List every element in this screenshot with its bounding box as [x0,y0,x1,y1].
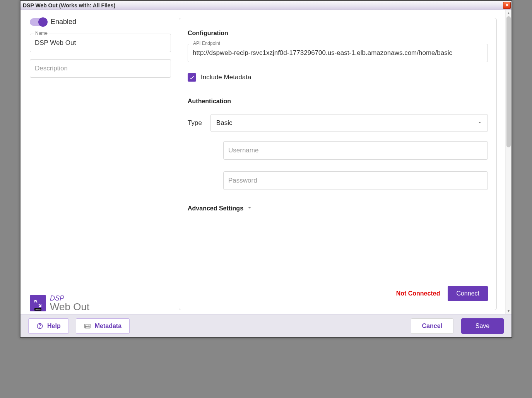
brand-line2: Web Out [50,302,89,312]
description-field-wrap [30,59,171,78]
close-button[interactable]: ✕ [503,2,511,9]
name-input[interactable] [30,34,171,52]
description-input[interactable] [30,59,171,78]
metadata-button-label: Metadata [95,323,121,330]
chevron-down-icon [246,205,253,212]
expand-arrows-icon [32,299,44,308]
dialog-body: Enabled Name Configuration API Endpoint [21,10,511,314]
scroll-track [506,16,511,308]
left-column: Enabled Name [30,18,171,310]
enabled-toggle-row: Enabled [30,18,171,26]
content-area: Enabled Name Configuration API Endpoint [21,10,505,314]
svg-text:{m}: {m} [85,325,90,328]
metadata-button[interactable]: {m} Metadata [76,318,130,334]
username-input[interactable] [223,141,488,160]
brand-icon: WEB [30,295,46,311]
footer-right: Cancel Save [411,318,504,334]
auth-fields [223,141,488,190]
enabled-label: Enabled [51,18,76,26]
chevron-down-icon [477,119,482,127]
api-endpoint-wrap: API Endpoint [188,44,488,62]
auth-type-select[interactable]: Basic [210,114,488,132]
connect-row: Not Connected Connect [188,286,488,301]
name-field-wrap: Name [30,34,171,52]
window-title: DSP Web Out (Works with: All Files) [23,2,115,9]
help-icon [36,323,43,330]
title-bar: DSP Web Out (Works with: All Files) ✕ [21,1,511,10]
branding: WEB DSP Web Out [30,295,89,312]
connect-button[interactable]: Connect [448,286,488,301]
dialog-footer: Help {m} Metadata Cancel Save [21,314,511,337]
scroll-up-icon: ▲ [506,10,511,16]
config-panel: Configuration API Endpoint Include Metad… [179,18,497,310]
close-icon: ✕ [505,3,509,8]
auth-type-value: Basic [216,119,233,127]
auth-type-label: Type [188,119,202,127]
api-endpoint-label: API Endpoint [192,41,222,46]
help-button[interactable]: Help [28,318,69,334]
right-column: Configuration API Endpoint Include Metad… [179,18,497,310]
advanced-settings-toggle[interactable]: Advanced Settings [188,205,488,212]
toggle-knob [38,17,48,27]
enabled-toggle[interactable] [30,18,47,26]
vertical-scrollbar[interactable]: ▲ ▼ [505,10,511,314]
api-endpoint-input[interactable] [188,44,488,62]
password-input[interactable] [223,171,488,190]
auth-section-title: Authentication [188,98,488,105]
connection-status: Not Connected [396,290,440,297]
save-button[interactable]: Save [461,318,504,334]
title-subtext: (Works with: All Files) [58,2,115,9]
footer-left: Help {m} Metadata [28,318,130,334]
cancel-button[interactable]: Cancel [411,318,453,334]
name-label: Name [34,31,49,36]
include-metadata-row: Include Metadata [188,73,488,82]
include-metadata-label: Include Metadata [201,73,251,81]
config-section-title: Configuration [188,30,488,37]
auth-type-row: Type Basic [188,114,488,132]
include-metadata-checkbox[interactable] [188,73,196,82]
metadata-icon: {m} [84,323,91,330]
check-icon [189,74,195,80]
dialog-window: DSP Web Out (Works with: All Files) ✕ En… [20,0,512,338]
title-main: DSP Web Out [23,2,58,9]
brand-web-badge: WEB [34,308,41,311]
help-button-label: Help [47,323,61,330]
scroll-down-icon: ▼ [506,308,511,314]
advanced-settings-label: Advanced Settings [188,205,243,212]
scroll-thumb[interactable] [506,16,511,147]
brand-text: DSP Web Out [50,295,89,312]
